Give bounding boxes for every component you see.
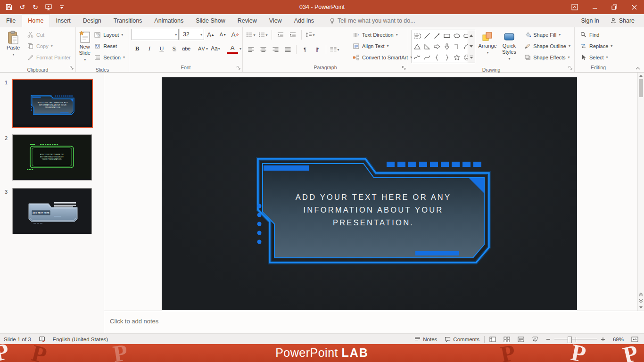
start-slideshow-icon[interactable] bbox=[42, 1, 55, 13]
character-spacing-button[interactable]: AV▾ bbox=[198, 43, 209, 54]
change-case-button[interactable]: Aa▾ bbox=[210, 43, 221, 54]
slideshow-view-button[interactable] bbox=[528, 334, 542, 345]
ltr-direction-button[interactable]: ¶ bbox=[299, 44, 311, 55]
paste-button[interactable]: Paste ▾ bbox=[2, 29, 24, 66]
align-center-button[interactable] bbox=[257, 44, 269, 55]
clear-formatting-button[interactable]: A bbox=[230, 29, 241, 40]
vertical-scrollbar[interactable] bbox=[637, 72, 644, 311]
arrange-button[interactable]: Arrange ▾ bbox=[477, 29, 498, 66]
slide-thumbnail-1[interactable]: ADD YOUR TEXT HERE OR ANY INFORMATION AB… bbox=[12, 79, 93, 128]
paragraph-dialog-launcher-icon[interactable] bbox=[402, 66, 406, 70]
strikethrough-button[interactable]: abc bbox=[181, 43, 192, 54]
cut-button[interactable]: Cut bbox=[24, 29, 73, 40]
italic-button[interactable]: I bbox=[144, 43, 155, 54]
normal-view-button[interactable] bbox=[486, 334, 500, 345]
shape-arrow-down[interactable] bbox=[442, 41, 452, 52]
font-name-combo[interactable]: ▾ bbox=[132, 29, 179, 40]
slide-thumbnail-2[interactable]: ADD YOUR TEXT HERE OR ANY INFORMATION AB… bbox=[12, 134, 92, 181]
text-direction-button[interactable]: Text Direction ▾ bbox=[350, 29, 414, 40]
shape-arrow-right[interactable] bbox=[432, 41, 442, 52]
bold-button[interactable]: B bbox=[132, 43, 143, 54]
tab-design[interactable]: Design bbox=[77, 14, 107, 27]
align-right-button[interactable] bbox=[270, 44, 281, 55]
columns-button[interactable]: ▾ bbox=[329, 44, 340, 55]
find-button[interactable]: Find bbox=[577, 29, 615, 40]
increase-font-size-button[interactable]: A▲ bbox=[205, 29, 216, 40]
shape-effects-button[interactable]: Shape Effects ▾ bbox=[521, 52, 573, 63]
scroll-down-icon[interactable] bbox=[638, 304, 644, 311]
zoom-slider-handle[interactable] bbox=[568, 337, 572, 343]
notes-toggle-button[interactable]: Notes bbox=[411, 334, 441, 345]
underline-button[interactable]: U bbox=[156, 43, 167, 54]
slide-sorter-view-button[interactable] bbox=[500, 334, 514, 345]
minimize-button[interactable] bbox=[585, 0, 604, 14]
customize-qat-icon[interactable] bbox=[56, 1, 68, 13]
gallery-more-icon[interactable] bbox=[468, 52, 475, 63]
align-text-button[interactable]: Align Text ▾ bbox=[350, 41, 414, 51]
reset-button[interactable]: Reset bbox=[91, 41, 127, 51]
slide-indicator[interactable]: Slide 1 of 3 bbox=[0, 334, 35, 345]
zoom-level[interactable]: 69% bbox=[609, 334, 627, 345]
tab-addins[interactable]: Add-ins bbox=[288, 14, 320, 27]
scroll-up-icon[interactable] bbox=[638, 72, 644, 79]
fit-slide-to-window-button[interactable] bbox=[627, 334, 644, 345]
close-button[interactable] bbox=[624, 0, 644, 14]
shape-triangle[interactable] bbox=[412, 41, 422, 52]
slide-editing-area[interactable]: ADD YOUR TEXT HERE OR ANY INFORMATION AB… bbox=[104, 72, 638, 311]
increase-indent-button[interactable] bbox=[287, 30, 298, 40]
slide-text-block[interactable]: ADD YOUR TEXT HERE OR ANY INFORMATION AB… bbox=[263, 191, 484, 229]
clipboard-dialog-launcher-icon[interactable] bbox=[69, 66, 74, 70]
select-button[interactable]: Select ▾ bbox=[577, 52, 615, 63]
tab-review[interactable]: Review bbox=[231, 14, 263, 27]
tab-animations[interactable]: Animations bbox=[148, 14, 190, 27]
font-dialog-launcher-icon[interactable] bbox=[236, 66, 241, 70]
zoom-out-button[interactable] bbox=[542, 334, 554, 345]
line-spacing-button[interactable]: ▾ bbox=[305, 30, 316, 40]
undo-icon[interactable]: ↺ bbox=[16, 1, 28, 13]
numbering-button[interactable]: ▾ bbox=[257, 30, 269, 40]
drawing-dialog-launcher-icon[interactable] bbox=[568, 66, 573, 70]
shape-oval[interactable] bbox=[452, 30, 462, 41]
shape-fill-button[interactable]: Shape Fill ▾ bbox=[521, 29, 573, 40]
language-indicator[interactable]: English (United States) bbox=[49, 334, 112, 345]
spell-check-icon[interactable] bbox=[35, 334, 49, 345]
font-color-button[interactable]: A bbox=[227, 44, 238, 54]
slide-canvas[interactable]: ADD YOUR TEXT HERE OR ANY INFORMATION AB… bbox=[162, 77, 577, 310]
shape-outline-button[interactable]: Shape Outline ▾ bbox=[521, 41, 573, 51]
shape-star[interactable] bbox=[452, 52, 462, 63]
new-slide-button[interactable]: New Slide ▾ bbox=[78, 29, 91, 66]
reading-view-button[interactable] bbox=[514, 334, 528, 345]
decrease-font-size-button[interactable]: A▼ bbox=[217, 29, 229, 40]
previous-slide-button[interactable] bbox=[638, 291, 644, 297]
restore-button[interactable] bbox=[604, 0, 624, 14]
convert-smartart-button[interactable]: Convert to SmartArt ▾ bbox=[350, 52, 414, 63]
copy-button[interactable]: Copy ▾ bbox=[24, 41, 73, 51]
tell-me-box[interactable]: Tell me what you want to do... bbox=[330, 14, 415, 27]
notes-placeholder[interactable]: Click to add notes bbox=[104, 311, 644, 325]
slide-thumbnail-3[interactable]: ADD TEXT HERE bbox=[12, 188, 92, 234]
tab-view[interactable]: View bbox=[263, 14, 288, 27]
collapse-ribbon-button[interactable] bbox=[636, 67, 640, 70]
shape-rectangle[interactable] bbox=[442, 30, 452, 41]
rtl-direction-button[interactable]: ¶ bbox=[312, 44, 323, 55]
font-size-combo[interactable]: 32 ▾ bbox=[180, 29, 204, 40]
zoom-in-button[interactable] bbox=[597, 334, 609, 345]
shape-arrow[interactable] bbox=[432, 30, 442, 41]
text-shadow-button[interactable]: S bbox=[168, 43, 180, 54]
replace-button[interactable]: Replace ▾ bbox=[577, 41, 615, 51]
notes-pane[interactable]: Click to add notes bbox=[104, 311, 644, 334]
shape-right-brace[interactable] bbox=[442, 52, 452, 63]
redo-icon[interactable]: ↻ bbox=[29, 1, 41, 13]
shape-elbow-connector[interactable] bbox=[452, 41, 462, 52]
zoom-slider[interactable] bbox=[554, 336, 597, 343]
section-button[interactable]: Section ▾ bbox=[91, 52, 127, 63]
quick-styles-button[interactable]: Quick Styles ▾ bbox=[498, 29, 520, 66]
save-icon[interactable] bbox=[3, 1, 15, 13]
tab-slideshow[interactable]: Slide Show bbox=[190, 14, 231, 27]
shape-right-triangle[interactable] bbox=[422, 41, 432, 52]
gallery-scroll-down-icon[interactable] bbox=[468, 41, 475, 52]
align-left-button[interactable] bbox=[245, 44, 256, 55]
comments-button[interactable]: Comments bbox=[441, 334, 483, 345]
format-painter-button[interactable]: Format Painter bbox=[24, 52, 73, 63]
gallery-scroll-up-icon[interactable] bbox=[468, 30, 475, 41]
